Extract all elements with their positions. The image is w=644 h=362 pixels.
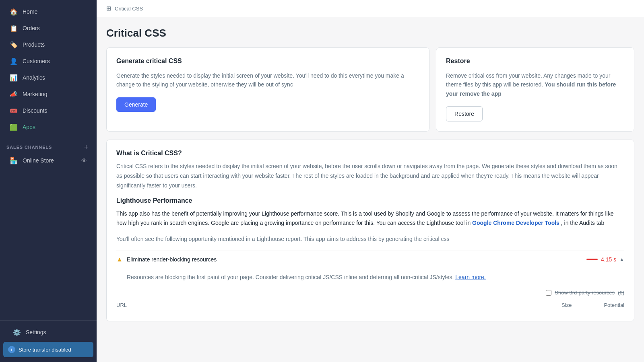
restore-card: Restore Remove critical css from your we… <box>436 47 634 132</box>
cards-row: Generate critical CSS Generate the style… <box>106 47 634 132</box>
settings-icon: ⚙️ <box>13 328 21 336</box>
info-card: What is Critical CSS? Critical CSS refer… <box>106 140 634 321</box>
table-header: URL Size Potential <box>116 299 624 311</box>
page-title: Critical CSS <box>106 27 634 39</box>
sidebar-item-settings-label: Settings <box>26 329 46 335</box>
breadcrumb-label: Critical CSS <box>115 6 143 12</box>
warning-line-indicator <box>586 259 598 260</box>
sidebar-item-apps-label: Apps <box>23 124 35 130</box>
what-is-section-title: What is Critical CSS? <box>116 150 624 157</box>
sidebar-item-discounts[interactable]: 🎟️ Discounts <box>3 103 93 119</box>
home-icon: 🏠 <box>10 8 18 16</box>
analytics-icon: 📊 <box>10 74 18 82</box>
size-column-header: Size <box>561 302 572 308</box>
warning-triangle-icon: ▲ <box>116 256 123 263</box>
info-icon: i <box>8 346 15 353</box>
warning-title: Eliminate render-blocking resources <box>127 256 217 263</box>
main-content: ⊞ Critical CSS Critical CSS Generate cri… <box>97 0 644 362</box>
orders-icon: 📋 <box>10 24 18 32</box>
generate-card: Generate critical CSS Generate the style… <box>106 47 429 132</box>
sidebar-item-discounts-label: Discounts <box>23 107 47 114</box>
sales-channels-label: SALES CHANNELS <box>6 145 52 150</box>
sidebar-item-products-label: Products <box>23 41 45 48</box>
warning-left: ▲ Eliminate render-blocking resources <box>116 256 217 263</box>
sidebar-item-orders-label: Orders <box>23 25 40 31</box>
generate-card-title: Generate critical CSS <box>116 58 419 65</box>
sidebar-item-customers-label: Customers <box>23 58 50 64</box>
potential-column-header: Potential <box>604 302 624 308</box>
breadcrumb: ⊞ Critical CSS <box>97 0 644 17</box>
generate-button[interactable]: Generate <box>116 97 156 112</box>
sidebar-item-online-store-label: Online Store <box>23 157 54 164</box>
visibility-icon: 👁 <box>81 157 87 164</box>
restore-card-title: Restore <box>446 58 624 65</box>
warning-row: ▲ Eliminate render-blocking resources 4.… <box>116 251 624 268</box>
lighthouse-paragraph-cont: , in the Audits tab <box>561 220 604 226</box>
generate-card-description: Generate the styles needed to display th… <box>116 71 419 89</box>
sidebar-item-marketing[interactable]: 📣 Marketing <box>3 86 93 102</box>
warning-time-value: 4.15 s <box>601 256 616 263</box>
sidebar-item-settings[interactable]: ⚙️ Settings <box>6 324 90 340</box>
show-3rd-party-label: Show 3rd-party resources <box>555 290 615 296</box>
sidebar-item-marketing-label: Marketing <box>23 91 47 97</box>
apps-icon: 🟩 <box>10 123 18 131</box>
restore-card-description: Remove critical css from your website. A… <box>446 71 624 98</box>
sidebar-item-home-label: Home <box>23 8 37 15</box>
sidebar-item-analytics[interactable]: 📊 Analytics <box>3 70 93 86</box>
lighthouse-paragraph: This app also has the benefit of potenti… <box>116 209 624 228</box>
sidebar-item-home[interactable]: 🏠 Home <box>3 4 93 20</box>
sidebar-item-orders[interactable]: 📋 Orders <box>3 20 93 36</box>
resource-text: Resources are blocking the first paint o… <box>127 274 454 280</box>
restore-button[interactable]: Restore <box>446 106 483 121</box>
sales-channels-section: SALES CHANNELS + <box>0 138 97 153</box>
discounts-icon: 🎟️ <box>10 107 18 115</box>
content-area: Critical CSS Generate critical CSS Gener… <box>97 17 644 362</box>
customers-icon: 👤 <box>10 57 18 65</box>
marketing-icon: 📣 <box>10 90 18 98</box>
products-icon: 🏷️ <box>10 41 18 49</box>
chevron-up-icon: ▲ <box>619 257 624 262</box>
show-3rd-party-row: Show 3rd-party resources (0) <box>546 290 624 296</box>
store-transfer-label: Store transfer disabled <box>19 347 71 353</box>
breadcrumb-icon: ⊞ <box>106 5 111 12</box>
warning-right: 4.15 s ▲ <box>586 256 624 263</box>
store-transfer-banner: i Store transfer disabled <box>3 342 93 357</box>
sidebar-item-products[interactable]: 🏷️ Products <box>3 37 93 53</box>
show-3rd-party-checkbox[interactable] <box>546 290 551 296</box>
sidebar-item-customers[interactable]: 👤 Customers <box>3 53 93 69</box>
sidebar-item-analytics-label: Analytics <box>23 74 45 81</box>
chrome-dev-tools-link[interactable]: Google Chrome Developer Tools <box>472 220 559 226</box>
url-column-header: URL <box>116 302 127 308</box>
lighthouse-title: Lighthouse Performance <box>116 197 624 204</box>
learn-more-link[interactable]: Learn more. <box>455 274 485 280</box>
sidebar-item-apps[interactable]: 🟩 Apps <box>3 119 93 135</box>
add-sales-channel-button[interactable]: + <box>82 143 90 151</box>
lighthouse-paragraph3: You'll often see the following opportuni… <box>116 234 624 244</box>
what-is-paragraph1: Critical CSS refers to the styles needed… <box>116 162 624 190</box>
show-3rd-party-count: (0) <box>618 290 624 296</box>
sidebar-item-online-store[interactable]: 🏪 Online Store 👁 <box>3 153 93 168</box>
sidebar: 🏠 Home 📋 Orders 🏷️ Products 👤 Customers … <box>0 0 97 362</box>
resource-description: Resources are blocking the first paint o… <box>116 268 624 286</box>
online-store-icon: 🏪 <box>10 156 18 165</box>
